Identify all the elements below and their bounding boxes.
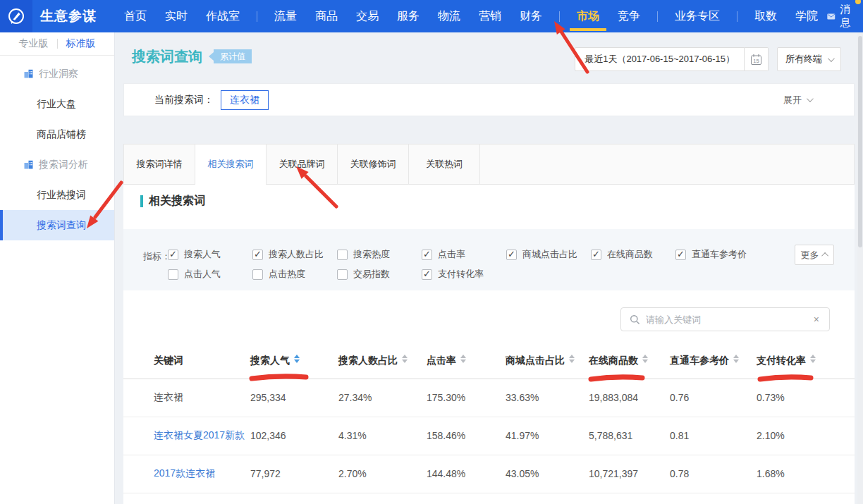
- metric-mall-click-ratio[interactable]: 商城点击占比: [506, 248, 591, 261]
- calendar-icon: 15: [750, 54, 762, 66]
- checkbox-unchecked[interactable]: [337, 269, 348, 280]
- nav-item-academy[interactable]: 学院: [786, 0, 827, 32]
- chevron-down-icon: [828, 55, 835, 62]
- badge-label: 累计值: [214, 49, 252, 63]
- clear-input-icon[interactable]: ×: [812, 314, 821, 325]
- checkbox-unchecked[interactable]: [337, 250, 348, 260]
- nav-item-data-fetch[interactable]: 取数: [745, 0, 786, 32]
- sidebar-item-product-shop-rank[interactable]: 商品店铺榜: [0, 119, 114, 149]
- checkbox-checked[interactable]: [168, 250, 178, 260]
- metric-ztc-ref-price[interactable]: 直通车参考价: [675, 248, 760, 261]
- sort-icon[interactable]: [642, 355, 648, 363]
- version-tab-standard[interactable]: 标准版: [58, 37, 104, 50]
- sort-icon[interactable]: [460, 355, 466, 363]
- metric-payment-conversion[interactable]: 支付转化率: [422, 268, 506, 281]
- col-header-mall-click-ratio: 商城点击占比: [506, 344, 589, 379]
- nav-item-service[interactable]: 服务: [388, 0, 429, 32]
- cell-value: 102,346: [250, 417, 338, 455]
- col-header-online-products: 在线商品数: [589, 344, 670, 379]
- app-window: 生意参谋 首页 实时 作战室 流量 商品 交易 服务 物流 营销 财务 市场 竞…: [0, 0, 863, 504]
- cell-value: 1.68%: [757, 455, 855, 493]
- more-button[interactable]: 更多: [795, 245, 834, 265]
- tab-related-brand-words[interactable]: 关联品牌词: [267, 145, 338, 184]
- checkbox-checked[interactable]: [591, 250, 601, 260]
- cell-value: 41.97%: [506, 417, 589, 455]
- cell-value: 10,721,397: [589, 455, 670, 493]
- checkbox-unchecked[interactable]: [252, 269, 263, 280]
- checkbox-unchecked[interactable]: [168, 269, 178, 280]
- building-icon: [23, 159, 34, 170]
- calendar-button[interactable]: 15: [745, 47, 769, 71]
- metric-trade-index[interactable]: 交易指数: [337, 268, 422, 281]
- checkbox-checked[interactable]: [422, 269, 432, 280]
- nav-item-business-zone[interactable]: 业务专区: [666, 0, 729, 32]
- brand-name: 生意参谋: [40, 7, 97, 25]
- sidebar-item-search-word-query[interactable]: 搜索词查询: [0, 210, 114, 240]
- page-head: 搜索词查询 累计值: [132, 44, 252, 69]
- scrollbar-thumb[interactable]: [858, 36, 862, 247]
- nav-divider: [657, 11, 658, 22]
- section-accent-bar: [140, 195, 143, 207]
- nav-item-market[interactable]: 市场: [568, 0, 608, 32]
- cell-value: 33.63%: [506, 379, 589, 417]
- checkbox-checked[interactable]: [252, 250, 263, 260]
- nav-item-traffic[interactable]: 流量: [265, 0, 306, 32]
- tab-search-word-detail[interactable]: 搜索词详情: [124, 145, 195, 184]
- cell-value: 0.78: [670, 455, 757, 493]
- checkbox-checked[interactable]: [506, 250, 517, 260]
- nav-item-warroom[interactable]: 作战室: [197, 0, 249, 32]
- sort-icon[interactable]: [810, 355, 816, 363]
- cell-value: 158.46%: [427, 417, 506, 455]
- sidebar-item-industry-dashboard[interactable]: 行业大盘: [0, 89, 114, 119]
- metric-search-popularity[interactable]: 搜索人气: [168, 248, 252, 261]
- nav-item-finance[interactable]: 财务: [510, 0, 551, 32]
- cell-value: 19,883,084: [589, 379, 670, 417]
- compass-logo-icon: [7, 7, 25, 25]
- app-logo[interactable]: [0, 0, 32, 32]
- sort-icon[interactable]: [402, 355, 408, 363]
- metric-click-popularity[interactable]: 点击人气: [168, 268, 252, 281]
- nav-divider: [737, 11, 737, 22]
- expand-label: 展开: [783, 94, 802, 106]
- metric-click-rate[interactable]: 点击率: [422, 248, 506, 261]
- keyword-tag[interactable]: 连衣裙: [221, 90, 269, 110]
- metric-online-products[interactable]: 在线商品数: [591, 248, 675, 261]
- sort-icon[interactable]: [733, 355, 739, 363]
- cell-value: 43.05%: [506, 455, 589, 493]
- message-button[interactable]: 消息: [827, 3, 855, 30]
- metric-searcher-ratio[interactable]: 搜索人数占比: [252, 248, 337, 261]
- device-filter-dropdown[interactable]: 所有终端: [777, 47, 841, 71]
- nav-item-home[interactable]: 首页: [115, 0, 156, 32]
- expand-toggle[interactable]: 展开: [783, 94, 812, 106]
- building-icon: [23, 68, 34, 79]
- search-icon: [630, 314, 640, 325]
- unread-badge: [855, 0, 861, 4]
- cell-value: 77,972: [250, 455, 338, 493]
- nav-item-trade[interactable]: 交易: [347, 0, 388, 32]
- nav-item-logistics[interactable]: 物流: [429, 0, 470, 32]
- date-range-picker[interactable]: 最近1天（2017-06-15~2017-06-15）: [575, 47, 745, 71]
- keyword-search-input[interactable]: [646, 314, 812, 325]
- checkbox-checked[interactable]: [422, 250, 432, 260]
- metric-search-heat[interactable]: 搜索热度: [337, 248, 422, 261]
- nav-item-realtime[interactable]: 实时: [156, 0, 197, 32]
- version-tab-pro[interactable]: 专业版: [11, 37, 57, 50]
- sort-icon[interactable]: [294, 355, 300, 363]
- checkbox-checked[interactable]: [675, 250, 686, 260]
- nav-menu: 首页 实时 作战室 流量 商品 交易 服务 物流 营销 财务 市场 竞争 业务专…: [115, 0, 827, 32]
- metrics-selector: 指标： 搜索人气 搜索人数占比 搜索热度 点击率 商城点击占比 在线商品数 直通…: [123, 229, 855, 290]
- tab-related-search-words[interactable]: 相关搜索词: [195, 145, 267, 184]
- tab-related-hot-words[interactable]: 关联热词: [409, 145, 480, 184]
- nav-item-competition[interactable]: 竞争: [608, 0, 649, 32]
- tab-related-modifier-words[interactable]: 关联修饰词: [338, 145, 409, 184]
- sidebar-item-industry-hot-words[interactable]: 行业热搜词: [0, 180, 114, 210]
- vertical-scrollbar[interactable]: [857, 32, 863, 504]
- nav-item-marketing[interactable]: 营销: [470, 0, 510, 32]
- metrics-row-1: 搜索人气 搜索人数占比 搜索热度 点击率 商城点击占比 在线商品数 直通车参考价: [168, 248, 760, 261]
- sort-icon[interactable]: [569, 355, 575, 363]
- nav-item-market-label: 市场: [577, 10, 599, 22]
- badge-arrow: [209, 52, 214, 61]
- metrics-label: 指标：: [143, 250, 171, 263]
- nav-item-product[interactable]: 商品: [306, 0, 347, 32]
- metric-click-heat[interactable]: 点击热度: [252, 268, 337, 281]
